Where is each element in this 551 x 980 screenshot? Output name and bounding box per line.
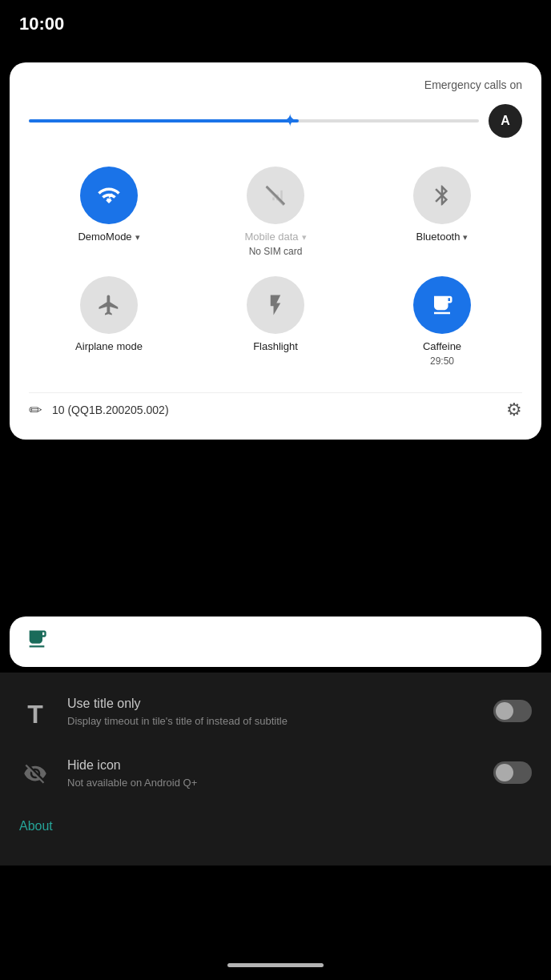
bluetooth-label: Bluetooth xyxy=(416,231,461,244)
mobile-data-dropdown-arrow: ▾ xyxy=(302,232,307,243)
home-indicator xyxy=(227,963,324,967)
build-text: 10 (QQ1B.200205.002) xyxy=(52,404,169,416)
caffeine-drawer-icon xyxy=(26,628,48,656)
svg-point-2 xyxy=(110,194,113,197)
setting-use-title-only-desc: Display timeout in tile's title of inste… xyxy=(67,714,477,729)
airplane-mode-label: Airplane mode xyxy=(75,340,143,354)
caffeine-sublabel: 29:50 xyxy=(430,355,454,367)
title-only-icon: T xyxy=(27,700,43,729)
settings-icon[interactable]: ⚙ xyxy=(506,400,522,420)
setting-hide-icon-content: Hide icon Not available on Android Q+ xyxy=(67,758,477,790)
brightness-row: ✦ A xyxy=(29,104,522,138)
status-time: 10:00 xyxy=(19,14,64,34)
setting-use-title-only-content: Use title only Display timeout in tile's… xyxy=(67,697,477,729)
brightness-slider[interactable]: ✦ xyxy=(29,119,479,122)
setting-hide-icon-title: Hide icon xyxy=(67,758,477,773)
bottom-drawer[interactable] xyxy=(10,617,541,667)
mobile-data-icon xyxy=(247,167,304,224)
status-bar: 10:00 xyxy=(0,0,551,48)
tile-flashlight[interactable]: Flashlight xyxy=(195,270,356,373)
settings-overlay: T Use title only Display timeout in tile… xyxy=(0,673,551,866)
mobile-data-sublabel: No SIM card xyxy=(249,246,303,257)
setting-use-title-only: T Use title only Display timeout in tile… xyxy=(19,697,532,729)
auto-brightness-button[interactable]: A xyxy=(489,104,522,138)
caffeine-label: Caffeine xyxy=(423,340,461,354)
bluetooth-label-row: Bluetooth ▾ xyxy=(416,231,469,244)
tiles-grid: DemoMode ▾ Mobile data ▾ No SIM card xyxy=(29,160,522,373)
build-left: ✏ 10 (QQ1B.200205.002) xyxy=(29,400,169,420)
setting-hide-icon: Hide icon Not available on Android Q+ xyxy=(19,758,532,790)
hide-icon-wrap xyxy=(19,758,51,785)
hide-icon-toggle[interactable] xyxy=(493,761,532,784)
qs-panel: Emergency calls on ✦ A xyxy=(10,62,541,440)
setting-hide-icon-desc: Not available on Android Q+ xyxy=(67,776,477,790)
hide-icon-svg xyxy=(23,761,47,785)
caffeine-icon xyxy=(413,276,471,334)
mobile-data-label-row: Mobile data ▾ xyxy=(244,231,306,244)
tile-demo-mode[interactable]: DemoMode ▾ xyxy=(29,160,189,263)
flashlight-icon xyxy=(247,276,304,334)
tile-caffeine[interactable]: Caffeine 29:50 xyxy=(362,270,522,373)
demo-mode-label: DemoMode xyxy=(78,231,131,244)
use-title-only-toggle[interactable] xyxy=(493,700,532,722)
brightness-track xyxy=(29,119,479,122)
emergency-row: Emergency calls on xyxy=(29,78,522,91)
edit-icon[interactable]: ✏ xyxy=(29,400,42,420)
demo-mode-dropdown-arrow: ▾ xyxy=(135,232,140,243)
build-row: ✏ 10 (QQ1B.200205.002) ⚙ xyxy=(29,392,522,420)
tile-airplane-mode[interactable]: Airplane mode xyxy=(29,270,189,373)
hide-icon-toggle-knob xyxy=(496,764,513,781)
tile-mobile-data[interactable]: Mobile data ▾ No SIM card xyxy=(195,160,356,263)
demo-mode-icon xyxy=(80,167,138,224)
flashlight-label: Flashlight xyxy=(253,340,298,354)
brightness-fill xyxy=(29,119,299,122)
use-title-only-toggle-knob xyxy=(496,702,513,720)
airplane-mode-icon xyxy=(80,276,138,334)
bluetooth-dropdown-arrow: ▾ xyxy=(463,232,468,243)
tile-bluetooth[interactable]: Bluetooth ▾ xyxy=(362,160,522,263)
emergency-text: Emergency calls on xyxy=(424,78,522,91)
brightness-sun-icon: ✦ xyxy=(283,110,297,131)
title-only-icon-wrap: T xyxy=(19,697,51,729)
mobile-data-label: Mobile data xyxy=(244,231,298,244)
bluetooth-icon xyxy=(413,167,471,224)
demo-mode-label-row: DemoMode ▾ xyxy=(78,231,139,244)
about-link[interactable]: About xyxy=(19,819,532,833)
setting-use-title-only-title: Use title only xyxy=(67,697,477,711)
